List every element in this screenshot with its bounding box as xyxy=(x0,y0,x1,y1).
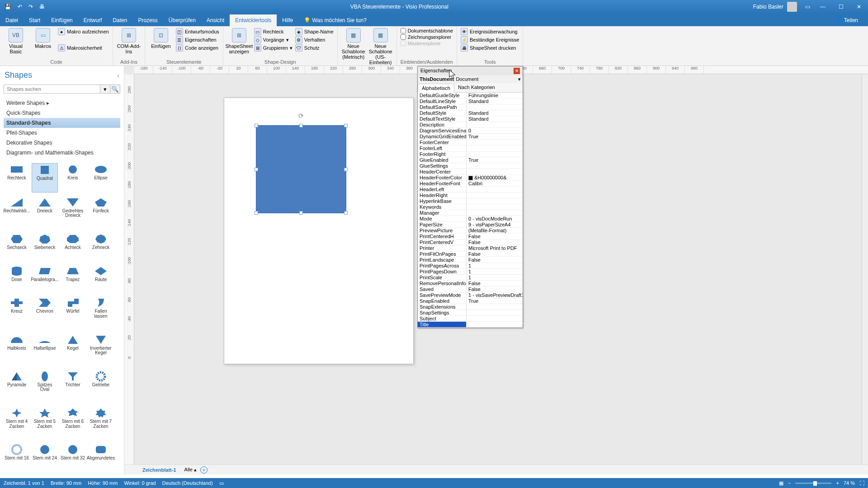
property-row[interactable]: DefaultGuideStyleFührungslinie xyxy=(418,93,523,99)
shape-item[interactable]: Sechseck xyxy=(4,233,30,261)
property-row[interactable]: HeaderLeft xyxy=(418,187,523,192)
property-value[interactable] xyxy=(467,316,523,321)
tab-ansicht[interactable]: Ansicht xyxy=(201,14,230,26)
save-icon[interactable]: 💾 xyxy=(5,4,11,10)
property-value[interactable]: Standard xyxy=(467,116,523,122)
property-value[interactable]: False xyxy=(467,257,523,263)
property-row[interactable]: Manager xyxy=(418,210,523,216)
shape-item[interactable]: Rechtwinkli... xyxy=(4,196,30,229)
property-row[interactable]: PrintPagesAcross1 xyxy=(418,263,523,269)
shape-item[interactable]: Dreieck xyxy=(32,196,58,229)
resize-handle[interactable] xyxy=(344,168,348,171)
tab-überprüfen[interactable]: Überprüfen xyxy=(163,14,201,26)
property-row[interactable]: DefaultTextStyleStandard xyxy=(418,116,523,122)
close-button[interactable]: ✕ xyxy=(850,0,868,14)
shape-item[interactable]: Zehneck xyxy=(88,233,114,261)
shape-item[interactable]: Kreuz xyxy=(4,296,30,329)
shapes-search-input[interactable] xyxy=(4,84,100,94)
shape-item[interactable]: Chevron xyxy=(32,296,58,329)
drawing-page[interactable]: ⟳ xyxy=(224,98,414,364)
drawing-explorer-check[interactable]: Zeichnungsexplorer xyxy=(401,34,453,40)
shapesheet-button[interactable]: ⊞ShapeSheet anzeigen xyxy=(227,28,251,54)
rectangle-tool[interactable]: ▭Rechteck xyxy=(254,28,292,35)
add-page-button[interactable]: + xyxy=(200,466,208,474)
property-row[interactable]: DefaultLineStyleStandard xyxy=(418,99,523,104)
persistent-events-button[interactable]: ⚡Beständige Ereignisse xyxy=(461,36,519,43)
rotation-handle-icon[interactable]: ⟳ xyxy=(298,112,304,119)
dropdown-icon[interactable]: ▾ xyxy=(518,76,521,82)
property-row[interactable]: PreviewPicture(Metafile-Format) xyxy=(418,228,523,234)
collapse-icon[interactable]: ‹ xyxy=(117,72,119,79)
doc-stencil-check[interactable]: Dokumentschablone xyxy=(401,28,453,33)
property-value[interactable] xyxy=(467,192,523,198)
resize-handle[interactable] xyxy=(255,168,258,171)
new-stencil-metric[interactable]: ▦Neue Schablone (Metrisch) xyxy=(341,28,366,60)
undo-icon[interactable]: ↶ xyxy=(18,4,22,10)
property-value[interactable] xyxy=(467,140,523,145)
property-value[interactable]: Microsoft Print to PDF xyxy=(467,245,523,251)
com-addins-button[interactable]: ⊞COM-Add-Ins xyxy=(117,28,141,54)
insert-control-button[interactable]: ⊡Einfügen xyxy=(149,28,173,49)
record-macro-status-icon[interactable]: ▭ xyxy=(219,480,224,486)
print-icon[interactable]: 🖶 xyxy=(39,4,45,10)
shape-item[interactable]: Fallen lassen xyxy=(88,296,114,329)
status-language[interactable]: Deutsch (Deutschland) xyxy=(162,480,213,486)
print-shapesheet-button[interactable]: 🖶ShapeSheet drucken xyxy=(461,44,519,52)
shape-item[interactable]: Würfel xyxy=(60,296,86,329)
shape-item[interactable]: Fünfeck xyxy=(88,196,114,229)
behavior-button[interactable]: ⚙Verhalten xyxy=(295,36,334,43)
resize-handle[interactable] xyxy=(299,211,303,215)
property-value[interactable]: Calibri xyxy=(467,181,523,186)
property-row[interactable]: FooterLeft xyxy=(418,145,523,151)
properties-panel[interactable]: Eigenschaften ✕ ThisDocument Document ▾ … xyxy=(417,66,523,328)
property-row[interactable]: Keywords xyxy=(418,204,523,210)
shape-item[interactable]: Kreis xyxy=(60,163,86,192)
shape-item[interactable]: Rechteck xyxy=(4,163,30,192)
record-macro-button[interactable]: ●Makro aufzeichnen xyxy=(58,28,109,35)
shape-category[interactable]: Dekorative Shapes xyxy=(4,138,120,148)
property-row[interactable]: SavedFalse xyxy=(418,286,523,292)
property-value[interactable] xyxy=(467,169,523,174)
property-value[interactable]: False xyxy=(467,281,523,286)
property-value[interactable]: 0 xyxy=(467,128,523,133)
property-row[interactable]: DynamicGridEnabledTrue xyxy=(418,134,523,140)
property-value[interactable]: 1 xyxy=(467,275,523,280)
share-button[interactable]: 👤 Teilen xyxy=(830,14,863,26)
property-row[interactable]: PrintCenteredVFalse xyxy=(418,239,523,245)
shape-item[interactable]: Spitzes Oval xyxy=(32,370,58,403)
property-value[interactable] xyxy=(467,187,523,192)
search-button[interactable]: 🔍 xyxy=(110,84,120,94)
property-row[interactable]: GlueEnabledTrue xyxy=(418,157,523,163)
property-value[interactable] xyxy=(467,322,523,327)
tell-me-search[interactable]: 💡 Was möchten Sie tun? xyxy=(298,14,372,26)
property-row[interactable]: DiagramServicesEnabled0 xyxy=(418,128,523,134)
property-row[interactable]: PaperSize9 - visPaperSizeA4 xyxy=(418,222,523,228)
property-value[interactable]: Standard xyxy=(467,99,523,104)
property-row[interactable]: DefaultSavePath xyxy=(418,104,523,110)
design-mode-button[interactable]: ◫Entwurfsmodus xyxy=(176,28,219,35)
property-row[interactable]: PrintPagesDown1 xyxy=(418,269,523,275)
zoom-slider[interactable] xyxy=(795,483,831,484)
property-row[interactable]: Title xyxy=(418,322,523,328)
tab-alphabetical[interactable]: Alphabetisch xyxy=(418,84,454,93)
shape-category[interactable]: Pfeil-Shapes xyxy=(4,128,120,138)
property-value[interactable] xyxy=(467,310,523,315)
all-pages-menu[interactable]: Alle ▴ xyxy=(184,467,197,473)
property-value[interactable] xyxy=(467,204,523,210)
resize-handle[interactable] xyxy=(344,124,348,127)
property-value[interactable]: 0 - visDocModeRun xyxy=(467,216,523,221)
property-value[interactable] xyxy=(467,145,523,151)
tab-einfügen[interactable]: Einfügen xyxy=(46,14,78,26)
property-value[interactable]: False xyxy=(467,251,523,257)
shape-item[interactable]: Abgerundetes xyxy=(88,443,114,472)
property-row[interactable]: SnapSettings xyxy=(418,310,523,316)
property-value[interactable] xyxy=(467,122,523,127)
minimize-button[interactable]: — xyxy=(814,0,832,14)
shape-item[interactable]: Pyramide xyxy=(4,370,30,403)
shape-item[interactable]: Stern mit 24 xyxy=(32,443,58,472)
property-row[interactable]: SnapEnabledTrue xyxy=(418,298,523,304)
shape-item[interactable]: Kegel xyxy=(60,333,86,366)
property-value[interactable] xyxy=(467,104,523,110)
tab-start[interactable]: Start xyxy=(24,14,46,26)
close-properties-icon[interactable]: ✕ xyxy=(514,68,520,74)
